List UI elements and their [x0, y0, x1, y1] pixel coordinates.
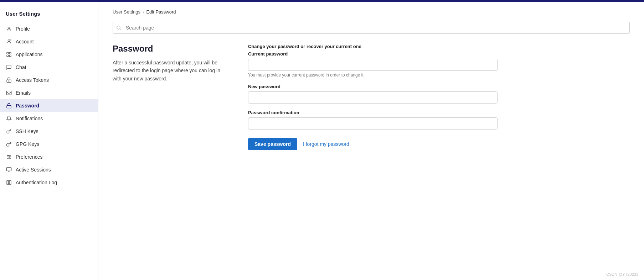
helper-current-password: You must provide your current password i…: [248, 73, 498, 78]
chat-icon: [6, 64, 12, 70]
label-password-confirmation: Password confirmation: [248, 110, 498, 115]
svg-line-24: [120, 29, 121, 30]
breadcrumb-separator: ›: [143, 9, 144, 15]
svg-rect-18: [6, 168, 11, 171]
svg-rect-10: [7, 105, 11, 108]
content-left: Password After a successful password upd…: [113, 44, 227, 83]
grid-icon: [6, 51, 12, 58]
token-icon: [6, 77, 12, 83]
svg-point-17: [8, 158, 9, 159]
bell-icon: [6, 115, 12, 122]
svg-rect-6: [9, 55, 11, 57]
label-current-password: Current password: [248, 51, 498, 57]
action-row: Save password I forgot my password: [248, 138, 498, 150]
monitor-icon: [6, 167, 12, 173]
svg-rect-4: [9, 52, 11, 54]
svg-point-0: [8, 27, 10, 29]
account-icon: [6, 38, 12, 45]
search-icon: [116, 25, 121, 30]
field-group-current-password: Current password You must provide your c…: [248, 51, 498, 78]
person-icon: [6, 26, 12, 32]
search-input[interactable]: [113, 22, 630, 34]
sidebar-item-applications[interactable]: Applications: [0, 48, 98, 61]
sidebar-label-password: Password: [16, 103, 39, 109]
sidebar-label-active-sessions: Active Sessions: [16, 167, 51, 173]
sidebar-label-chat: Chat: [16, 64, 26, 70]
sidebar-item-access-tokens[interactable]: Access Tokens: [0, 74, 98, 86]
lock-icon: [6, 102, 12, 109]
breadcrumb-current: Edit Password: [146, 9, 176, 15]
svg-rect-5: [7, 55, 9, 57]
sidebar-label-authentication-log: Authentication Log: [16, 180, 57, 185]
svg-point-8: [9, 81, 9, 81]
sidebar-label-account: Account: [16, 39, 34, 44]
content-row: Password After a successful password upd…: [113, 44, 630, 150]
svg-rect-9: [6, 91, 11, 95]
svg-point-1: [8, 40, 10, 42]
sidebar: User Settings Profile Account Applicatio…: [0, 2, 98, 280]
sidebar-label-preferences: Preferences: [16, 154, 42, 160]
sidebar-item-ssh-keys[interactable]: SSH Keys: [0, 125, 98, 138]
section-label-top: Change your password or recover your cur…: [248, 44, 498, 49]
svg-rect-3: [7, 52, 9, 54]
page-description: After a successful password update, you …: [113, 59, 227, 83]
sidebar-item-active-sessions[interactable]: Active Sessions: [0, 163, 98, 176]
sidebar-label-ssh-keys: SSH Keys: [16, 128, 38, 134]
sidebar-label-gpg-keys: GPG Keys: [16, 141, 39, 147]
sidebar-item-password[interactable]: Password: [0, 99, 98, 112]
key-icon: [6, 128, 12, 134]
svg-point-15: [7, 155, 9, 156]
page-heading: Password: [113, 44, 227, 54]
key2-icon: [6, 141, 12, 147]
sidebar-label-profile: Profile: [16, 26, 30, 32]
search-bar-wrapper: [113, 22, 630, 34]
email-icon: [6, 90, 12, 96]
breadcrumb: User Settings › Edit Password: [113, 9, 630, 15]
list-icon: [6, 179, 12, 186]
sidebar-label-access-tokens: Access Tokens: [16, 77, 49, 83]
sidebar-item-profile[interactable]: Profile: [0, 22, 98, 35]
svg-point-23: [117, 26, 120, 29]
sidebar-item-account[interactable]: Account: [0, 35, 98, 48]
breadcrumb-parent[interactable]: User Settings: [113, 9, 140, 15]
label-new-password: New password: [248, 84, 498, 89]
sidebar-item-chat[interactable]: Chat: [0, 61, 98, 74]
field-group-password-confirmation: Password confirmation: [248, 110, 498, 130]
sidebar-item-notifications[interactable]: Notifications: [0, 112, 98, 125]
sidebar-item-preferences[interactable]: Preferences: [0, 150, 98, 163]
sidebar-label-notifications: Notifications: [16, 116, 43, 121]
sidebar-item-emails[interactable]: Emails: [0, 86, 98, 99]
content-right: Change your password or recover your cur…: [248, 44, 498, 150]
sliders-icon: [6, 154, 12, 160]
sidebar-label-emails: Emails: [16, 90, 31, 96]
field-group-new-password: New password: [248, 84, 498, 104]
password-confirmation-input[interactable]: [248, 117, 498, 130]
svg-point-16: [9, 157, 10, 158]
forgot-password-link[interactable]: I forgot my password: [303, 141, 349, 147]
sidebar-label-applications: Applications: [16, 52, 43, 57]
sidebar-item-gpg-keys[interactable]: GPG Keys: [0, 138, 98, 150]
sidebar-title: User Settings: [0, 8, 98, 22]
main-content: User Settings › Edit Password Password A…: [98, 2, 644, 280]
watermark: CSDN @YT20233: [606, 272, 638, 276]
sidebar-item-authentication-log[interactable]: Authentication Log: [0, 176, 98, 189]
current-password-input[interactable]: [248, 59, 498, 71]
save-password-button[interactable]: Save password: [248, 138, 297, 150]
new-password-input[interactable]: [248, 91, 498, 104]
